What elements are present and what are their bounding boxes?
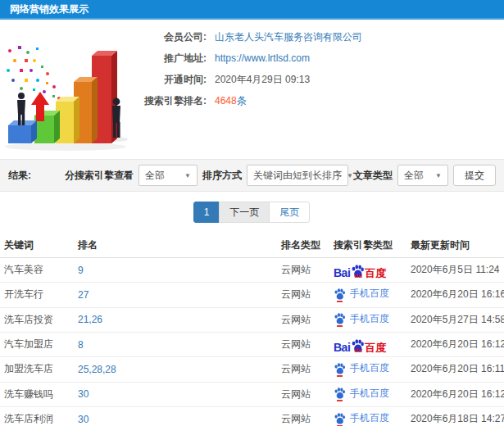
engine-select-value: 全部 — [145, 169, 165, 183]
baidu-logo-icon: Bai du 百度 — [334, 264, 386, 279]
table-row: 汽车美容 9 云网站 Bai du 百度 2020年6月5日 11:24 — [0, 258, 504, 283]
mobile-baidu-badge: 手机百度 — [334, 387, 389, 401]
mobile-baidu-badge: 手机百度 — [334, 361, 389, 375]
account-info-section: 会员公司: 山东老人头汽车服务咨询有限公司 推广地址: https://www.… — [0, 20, 504, 159]
baidu-logo-icon: Bai du 百度 — [334, 338, 386, 353]
table-row: 洗车店投资 21,26 云网站 手机百度 2020年5月27日 14:58 — [0, 307, 504, 333]
page-1-button[interactable]: 1 — [193, 202, 220, 223]
keyword-cell: 洗车赚钱吗 — [0, 382, 74, 407]
sort-select[interactable]: 关键词由短到长排序 ▼ — [247, 165, 348, 186]
bar-chart-graphic-icon — [0, 23, 141, 156]
baidu-bai-text: Bai — [334, 267, 350, 279]
mobile-baidu-underline — [337, 325, 343, 327]
engine-cell: 手机百度 — [329, 283, 406, 308]
next-page-button[interactable]: 下一页 — [219, 202, 270, 223]
sort-filter-label: 排序方式 — [202, 169, 242, 183]
type-select-value: 全部 — [404, 169, 424, 183]
page-title: 网络营销效果展示 — [10, 3, 89, 15]
table-row: 洗车店利润 30 云网站 手机百度 2020年6月18日 14:27 — [0, 407, 504, 426]
baidu-paw-icon: du — [351, 264, 365, 279]
mobile-baidu-badge: 手机百度 — [334, 312, 389, 326]
type-select[interactable]: 全部 ▼ — [397, 165, 448, 186]
info-row-opened: 开通时间: 2020年4月29日 09:13 — [129, 74, 362, 86]
company-link[interactable]: 山东老人头汽车服务咨询有限公司 — [215, 31, 362, 43]
promo-url-label: 推广地址: — [129, 52, 207, 65]
engine-select[interactable]: 全部 ▼ — [138, 165, 198, 186]
rank-cell[interactable]: 8 — [74, 333, 277, 357]
ranking-count: 4648 — [215, 95, 237, 106]
submit-button[interactable]: 提交 — [453, 165, 496, 186]
rank-type-cell: 云网站 — [277, 283, 329, 308]
mobile-baidu-paw-icon — [334, 387, 346, 400]
rank-type-cell: 云网站 — [277, 357, 329, 383]
promo-url-link[interactable]: https://www.lrtlsd.com — [215, 52, 310, 65]
account-info-list: 会员公司: 山东老人头汽车服务咨询有限公司 推广地址: https://www.… — [129, 31, 362, 116]
engine-filter-label: 分搜索引擎查看 — [65, 169, 134, 183]
rank-type-cell: 云网站 — [277, 258, 329, 283]
updated-cell: 2020年6月20日 16:16 — [406, 283, 504, 308]
rank-cell[interactable]: 30 — [74, 407, 277, 426]
table-row: 汽车加盟店 8 云网站 Bai du 百度 2020年6月20日 16:12 — [0, 333, 504, 357]
engine-cell: Bai du 百度 — [329, 333, 406, 357]
updated-cell: 2020年6月5日 11:24 — [406, 258, 504, 283]
company-label: 会员公司: — [129, 31, 207, 43]
mobile-baidu-badge: 手机百度 — [334, 411, 389, 425]
mobile-baidu-label: 手机百度 — [350, 387, 389, 401]
baidu-du-text: du — [354, 273, 362, 279]
updated-cell: 2020年6月20日 16:12 — [406, 382, 504, 407]
col-rank-type: 排名类型 — [277, 233, 329, 258]
mobile-baidu-paw-icon — [334, 362, 346, 375]
rank-type-cell: 云网站 — [277, 407, 329, 426]
col-rank: 排名 — [74, 233, 277, 258]
chevron-down-icon: ▼ — [184, 172, 191, 179]
rank-cell[interactable]: 25,28,28 — [74, 357, 277, 383]
engine-cell: Bai du 百度 — [329, 258, 406, 283]
result-label: 结果: — [8, 169, 31, 183]
mobile-baidu-label: 手机百度 — [350, 312, 389, 326]
rank-cell[interactable]: 30 — [74, 382, 277, 407]
table-header-row: 关键词 排名 排名类型 搜索引擎类型 最新更新时间 — [0, 233, 504, 258]
rank-cell[interactable]: 27 — [74, 283, 277, 308]
rank-type-cell: 云网站 — [277, 333, 329, 357]
page-header: 网络营销效果展示 — [0, 0, 504, 20]
baidu-cn-text: 百度 — [365, 342, 386, 353]
baidu-cn-text: 百度 — [365, 268, 386, 279]
rank-cell[interactable]: 9 — [74, 258, 277, 283]
info-row-url: 推广地址: https://www.lrtlsd.com — [129, 52, 362, 65]
filter-controls: 分搜索引擎查看 全部 ▼ 排序方式 关键词由短到长排序 ▼ 文章类型 全部 ▼ … — [65, 165, 496, 186]
info-row-ranking: 搜索引擎排名: 4648条 — [129, 95, 362, 107]
baidu-bai-text: Bai — [334, 342, 350, 353]
updated-cell: 2020年5月27日 14:58 — [406, 307, 504, 333]
baidu-du-text: du — [354, 347, 362, 354]
chevron-down-icon: ▼ — [347, 172, 353, 179]
mobile-baidu-label: 手机百度 — [350, 287, 389, 301]
mobile-baidu-label: 手机百度 — [350, 361, 389, 375]
mobile-baidu-underline — [337, 375, 343, 377]
info-row-company: 会员公司: 山东老人头汽车服务咨询有限公司 — [129, 31, 362, 43]
col-updated: 最新更新时间 — [406, 233, 504, 258]
keyword-cell: 洗车店利润 — [0, 407, 74, 426]
keyword-cell: 开洗车行 — [0, 283, 74, 308]
mobile-baidu-paw-icon — [334, 412, 346, 425]
engine-cell: 手机百度 — [329, 407, 406, 426]
ranking-value: 4648条 — [215, 95, 247, 107]
last-page-button[interactable]: 尾页 — [269, 202, 310, 223]
engine-cell: 手机百度 — [329, 307, 406, 333]
filter-bar: 结果: 分搜索引擎查看 全部 ▼ 排序方式 关键词由短到长排序 ▼ 文章类型 全… — [0, 159, 504, 192]
keyword-cell: 加盟洗车店 — [0, 357, 74, 383]
pagination: 1 下一页 尾页 — [0, 192, 504, 233]
engine-cell: 手机百度 — [329, 357, 406, 383]
growth-chart-illustration — [0, 23, 141, 159]
confetti-dots — [7, 46, 61, 100]
rank-type-cell: 云网站 — [277, 307, 329, 333]
ranking-label: 搜索引擎排名: — [129, 95, 207, 107]
mobile-baidu-paw-icon — [334, 312, 346, 325]
results-table: 关键词 排名 排名类型 搜索引擎类型 最新更新时间 汽车美容 9 云网站 Bai… — [0, 233, 504, 426]
chevron-down-icon: ▼ — [435, 172, 442, 179]
mobile-baidu-paw-icon — [334, 288, 346, 301]
rank-cell[interactable]: 21,26 — [74, 307, 277, 333]
keyword-cell: 汽车美容 — [0, 258, 74, 283]
open-time-value: 2020年4月29日 09:13 — [215, 74, 310, 86]
keyword-cell: 汽车加盟店 — [0, 333, 74, 357]
sort-select-value: 关键词由短到长排序 — [253, 169, 342, 183]
